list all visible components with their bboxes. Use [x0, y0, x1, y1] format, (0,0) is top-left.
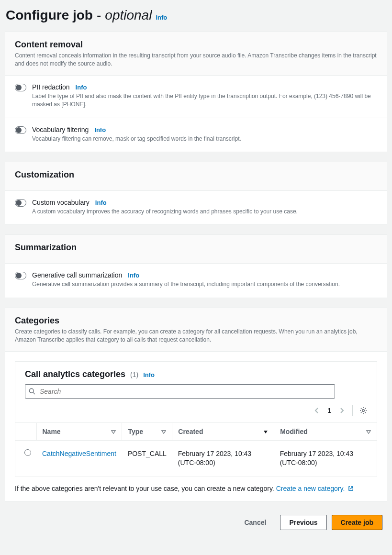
- custom-vocab-desc: A custom vocabulary improves the accurac…: [32, 208, 377, 216]
- pii-label: PII redaction: [32, 83, 70, 91]
- toggle-vocabulary-filtering[interactable]: [15, 126, 26, 134]
- categories-table: Name Type Created Modified CatchNegative…: [15, 422, 377, 477]
- svg-marker-5: [264, 431, 268, 433]
- svg-point-0: [29, 388, 34, 393]
- external-link-icon: [348, 486, 354, 491]
- panel-customization: Customization Custom vocabulary Info A c…: [5, 162, 387, 225]
- call-analytics-title: Call analytics categories: [25, 369, 125, 379]
- panel-content-removal: Content removal Content removal conceals…: [5, 32, 387, 152]
- cancel-button[interactable]: Cancel: [235, 515, 275, 530]
- custom-vocab-label: Custom vocabulary: [32, 199, 90, 206]
- gen-summary-desc: Generative call summarization provides a…: [32, 280, 377, 289]
- pager-page-number: 1: [327, 407, 331, 414]
- toggle-row-generative-summarization: Generative call summarization Info Gener…: [5, 264, 387, 297]
- panel-header-customization: Customization: [5, 162, 387, 191]
- gen-summary-label: Generative call summarization: [32, 271, 122, 279]
- toggle-row-pii: PII redaction Info Label the type of PII…: [5, 76, 387, 118]
- content-removal-desc: Content removal conceals information in …: [15, 52, 377, 68]
- page-title-optional: optional: [105, 8, 152, 23]
- table-row: CatchNegativeSentiment POST_CALL Februar…: [15, 440, 377, 477]
- sort-icon: [366, 429, 371, 434]
- row-radio[interactable]: [24, 449, 31, 456]
- row-name-link[interactable]: CatchNegativeSentiment: [42, 450, 116, 457]
- call-analytics-count: (1): [130, 371, 138, 378]
- page-title-info-link[interactable]: Info: [156, 14, 167, 21]
- row-created: February 17 2023, 10:43 (UTC-08:00): [172, 440, 274, 477]
- search-input[interactable]: [25, 384, 335, 399]
- panel-summarization: Summarization Generative call summarizat…: [5, 234, 387, 298]
- vocab-filter-desc: Vocabulary filtering can remove, mask or…: [32, 135, 377, 143]
- pager-next-icon[interactable]: [338, 407, 346, 414]
- sort-icon: [161, 429, 166, 434]
- svg-marker-4: [162, 431, 166, 433]
- create-category-link[interactable]: Create a new category.: [276, 485, 354, 492]
- panel-header-categories: Categories Create categories to classify…: [5, 308, 387, 352]
- col-type[interactable]: Type: [122, 422, 172, 440]
- call-analytics-container: Call analytics categories (1) Info 1: [15, 361, 377, 477]
- create-category-link-text: Create a new category.: [276, 485, 345, 492]
- categories-note: If the above categories aren't relevant …: [5, 477, 387, 501]
- summarization-title: Summarization: [15, 243, 377, 253]
- toggle-pii-redaction[interactable]: [15, 84, 26, 91]
- col-name[interactable]: Name: [36, 422, 122, 440]
- search-icon: [29, 388, 35, 395]
- content-removal-title: Content removal: [15, 40, 377, 50]
- settings-gear-icon[interactable]: [359, 407, 367, 414]
- svg-marker-3: [112, 431, 115, 433]
- col-modified[interactable]: Modified: [274, 422, 377, 440]
- gen-summary-info-link[interactable]: Info: [128, 272, 139, 279]
- categories-desc: Create categories to classify calls. For…: [15, 328, 377, 344]
- col-modified-label: Modified: [280, 428, 308, 435]
- col-type-label: Type: [128, 428, 143, 435]
- create-job-button[interactable]: Create job: [332, 515, 382, 530]
- page-title-main: Configure job: [6, 8, 93, 23]
- page-title-dash: -: [97, 8, 101, 23]
- custom-vocab-info-link[interactable]: Info: [95, 199, 107, 206]
- svg-point-2: [362, 409, 364, 411]
- vocab-filter-label: Vocabulary filtering: [32, 126, 89, 133]
- categories-title: Categories: [15, 316, 377, 326]
- svg-marker-6: [367, 431, 370, 433]
- pager-prev-icon[interactable]: [313, 407, 321, 414]
- previous-button[interactable]: Previous: [280, 515, 326, 530]
- panel-header-summarization: Summarization: [5, 235, 387, 264]
- toggle-generative-summarization[interactable]: [15, 272, 26, 279]
- row-type: POST_CALL: [122, 440, 172, 477]
- customization-title: Customization: [15, 170, 377, 180]
- panel-categories: Categories Create categories to classify…: [5, 308, 387, 501]
- pii-desc: Label the type of PII and also mask the …: [32, 92, 377, 109]
- call-analytics-info-link[interactable]: Info: [143, 371, 155, 378]
- sort-active-icon: [263, 429, 268, 434]
- sort-icon: [111, 429, 116, 434]
- vocab-filter-info-link[interactable]: Info: [94, 126, 106, 133]
- pager-divider: [352, 405, 353, 416]
- toggle-row-vocab-filter: Vocabulary filtering Info Vocabulary fil…: [5, 118, 387, 152]
- footer-actions: Cancel Previous Create job: [5, 511, 387, 532]
- toggle-row-custom-vocab: Custom vocabulary Info A custom vocabula…: [5, 191, 387, 224]
- panel-header-content-removal: Content removal Content removal conceals…: [5, 32, 387, 76]
- page-title: Configure job - optional Info: [5, 6, 387, 32]
- row-modified: February 17 2023, 10:43 (UTC-08:00): [274, 440, 377, 477]
- col-created-label: Created: [178, 428, 203, 435]
- toggle-custom-vocabulary[interactable]: [15, 199, 26, 207]
- col-select: [15, 422, 36, 440]
- col-created[interactable]: Created: [172, 422, 274, 440]
- categories-note-text: If the above categories aren't relevant …: [15, 485, 276, 492]
- pii-info-link[interactable]: Info: [76, 84, 87, 91]
- col-name-label: Name: [43, 428, 61, 435]
- svg-line-1: [33, 392, 35, 394]
